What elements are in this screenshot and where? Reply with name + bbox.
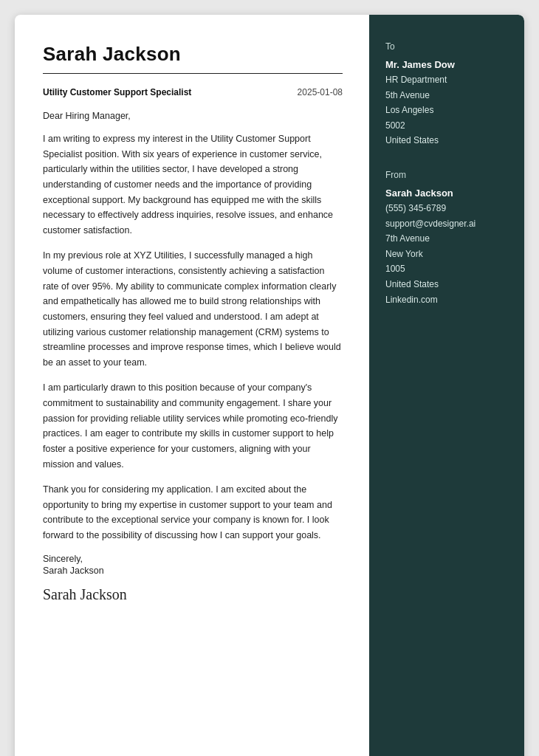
recipient-street: 5th Avenue — [385, 89, 508, 103]
from-sender-name: Sarah Jackson — [385, 188, 508, 199]
recipient-zip: 5002 — [385, 119, 508, 133]
recipient-department: HR Department — [385, 73, 508, 87]
paragraph-4: Thank you for considering my application… — [43, 482, 343, 543]
sender-country: United States — [385, 278, 508, 292]
sender-zip: 1005 — [385, 262, 508, 276]
closing: Sincerely, — [43, 554, 343, 564]
from-section: From Sarah Jackson (555) 345-6789 suppor… — [385, 170, 508, 308]
job-title: Utility Customer Support Specialist — [43, 87, 191, 97]
job-date-row: Utility Customer Support Specialist 2025… — [43, 87, 343, 97]
recipient-city: Los Angeles — [385, 103, 508, 117]
sender-street: 7th Avenue — [385, 232, 508, 246]
recipient-country: United States — [385, 134, 508, 148]
paragraph-1: I am writing to express my interest in t… — [43, 131, 343, 238]
paragraph-2: In my previous role at XYZ Utilities, I … — [43, 248, 343, 370]
to-label: To — [385, 41, 508, 52]
right-column: To Mr. James Dow HR Department 5th Avenu… — [369, 15, 524, 756]
left-column: Sarah Jackson Utility Customer Support S… — [15, 15, 369, 756]
sender-email: support@cvdesigner.ai — [385, 217, 508, 231]
from-label: From — [385, 170, 508, 180]
sender-linkedin: Linkedin.com — [385, 293, 508, 307]
letter-date: 2025-01-08 — [298, 87, 343, 97]
salutation: Dear Hiring Manager, — [43, 111, 343, 121]
name-divider — [43, 73, 343, 74]
signature: Sarah Jackson — [43, 586, 343, 603]
recipient-name: Mr. James Dow — [385, 59, 508, 70]
paragraph-3: I am particularly drawn to this position… — [43, 380, 343, 472]
cover-letter-page: Sarah Jackson Utility Customer Support S… — [15, 15, 524, 756]
closing-name: Sarah Jackson — [43, 566, 343, 576]
sender-city: New York — [385, 247, 508, 261]
sender-name: Sarah Jackson — [43, 43, 343, 66]
sender-phone: (555) 345-6789 — [385, 202, 508, 216]
